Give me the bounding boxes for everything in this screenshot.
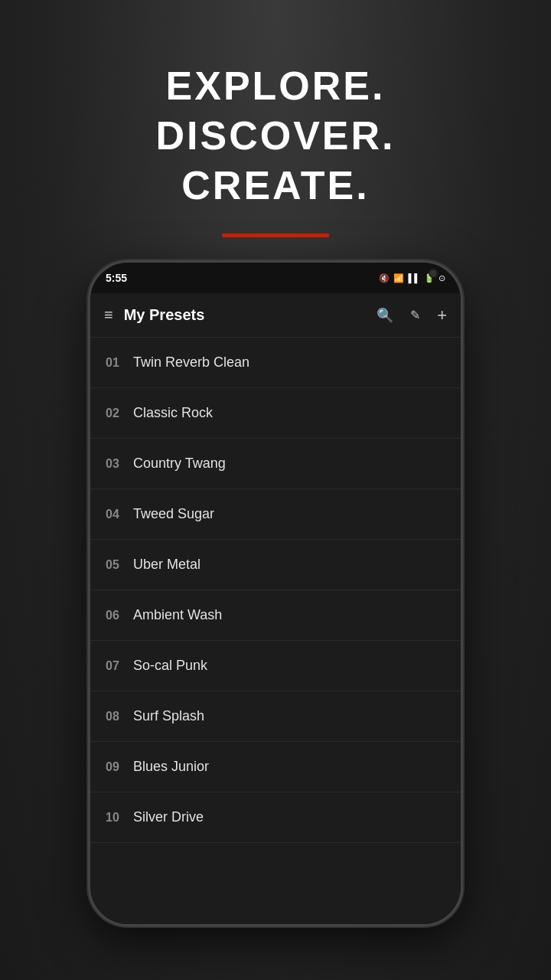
- signal-icon: ▌▌: [408, 273, 420, 283]
- preset-item[interactable]: 06Ambient Wash: [90, 590, 461, 641]
- hero-line-1: EXPLORE.: [166, 64, 386, 108]
- preset-number: 08: [106, 710, 133, 724]
- preset-name: Tweed Sugar: [133, 506, 214, 522]
- menu-button[interactable]: ≡: [104, 306, 113, 324]
- preset-number: 03: [106, 457, 133, 471]
- preset-number: 02: [106, 407, 133, 420]
- search-button[interactable]: 🔍: [377, 307, 393, 324]
- phone-screen: 5:55 🔇 📶 ▌▌ 🔋 ⊙ ≡ My Presets 🔍 ✎ + 01Twi…: [90, 263, 461, 924]
- edit-button[interactable]: ✎: [410, 308, 420, 322]
- preset-name: So-cal Punk: [133, 658, 207, 674]
- extra-icon: ⊙: [439, 273, 445, 283]
- preset-name: Classic Rock: [133, 405, 213, 421]
- preset-number: 04: [106, 508, 133, 521]
- preset-item[interactable]: 10Silver Drive: [90, 792, 461, 843]
- preset-item[interactable]: 08Surf Splash: [90, 691, 461, 742]
- preset-number: 05: [106, 558, 133, 572]
- phone-notch: [230, 263, 321, 284]
- preset-number: 10: [106, 811, 133, 825]
- preset-item[interactable]: 09Blues Junior: [90, 742, 461, 792]
- preset-item[interactable]: 02Classic Rock: [90, 388, 461, 439]
- status-time: 5:55: [106, 272, 127, 284]
- preset-number: 07: [106, 659, 133, 673]
- mute-icon: 🔇: [379, 273, 390, 283]
- volume-up-button: [88, 416, 90, 462]
- preset-name: Silver Drive: [133, 809, 204, 825]
- preset-item[interactable]: 05Uber Metal: [90, 540, 461, 590]
- mute-button: [88, 370, 90, 400]
- preset-number: 06: [106, 609, 133, 622]
- hero-line-3: CREATE.: [181, 163, 369, 207]
- power-button: [461, 400, 463, 446]
- volume-down-button: [88, 473, 90, 519]
- preset-name: Surf Splash: [133, 708, 204, 724]
- camera-dot: [429, 269, 438, 278]
- preset-list: 01Twin Reverb Clean02Classic Rock03Count…: [90, 338, 461, 924]
- add-button[interactable]: +: [437, 305, 447, 325]
- hero-section: EXPLORE. DISCOVER. CREATE.: [155, 61, 395, 211]
- preset-item[interactable]: 04Tweed Sugar: [90, 489, 461, 540]
- preset-item[interactable]: 03Country Twang: [90, 439, 461, 489]
- preset-name: Uber Metal: [133, 557, 201, 573]
- app-header: ≡ My Presets 🔍 ✎ +: [90, 293, 461, 338]
- preset-number: 09: [106, 760, 133, 774]
- preset-name: Twin Reverb Clean: [133, 354, 249, 371]
- preset-number: 01: [106, 356, 133, 370]
- preset-item[interactable]: 07So-cal Punk: [90, 641, 461, 691]
- red-divider: [222, 234, 329, 237]
- preset-name: Ambient Wash: [133, 607, 222, 623]
- preset-name: Blues Junior: [133, 759, 209, 775]
- preset-name: Country Twang: [133, 456, 226, 472]
- app-title: My Presets: [124, 306, 360, 324]
- phone-frame: 5:55 🔇 📶 ▌▌ 🔋 ⊙ ≡ My Presets 🔍 ✎ + 01Twi…: [88, 260, 463, 926]
- preset-item[interactable]: 01Twin Reverb Clean: [90, 338, 461, 388]
- wifi-icon: 📶: [393, 273, 404, 283]
- hero-line-2: DISCOVER.: [155, 113, 395, 158]
